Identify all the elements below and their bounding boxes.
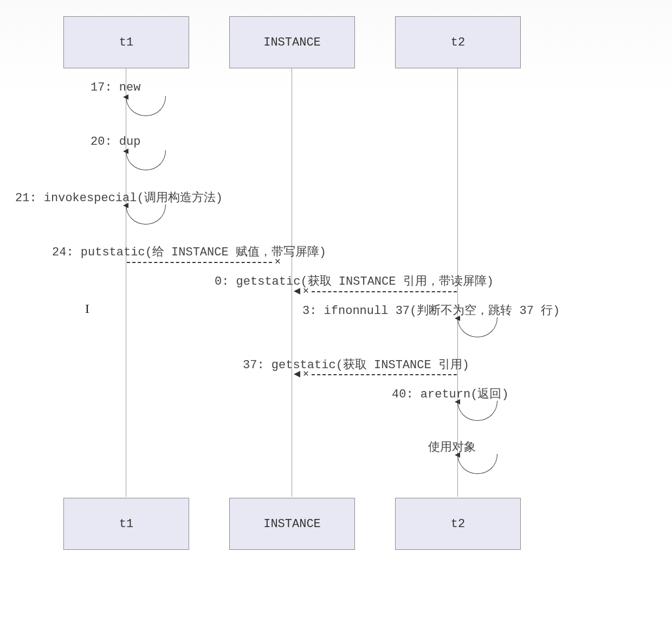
msg-label-use-object: 使用对象 (428, 439, 476, 455)
msg-label-dup: 20: dup (91, 135, 140, 149)
self-loop-use-object (457, 454, 497, 474)
arrowhead-getstatic1 (294, 288, 300, 294)
msg-label-getstatic2: 37: getstatic(获取 INSTANCE 引用) (243, 356, 469, 373)
arrow-getstatic2 (312, 374, 457, 375)
x-mark-putstatic: ✕ (275, 255, 281, 267)
x-mark-getstatic1: ✕ (303, 284, 309, 296)
actor-box-t1-top: t1 (63, 16, 189, 68)
self-loop-new (126, 96, 166, 116)
actor-box-t2-top: t2 (395, 16, 521, 68)
self-loop-invokespecial (126, 204, 166, 225)
self-loop-areturn (457, 401, 497, 421)
msg-label-ifnonnull: 3: ifnonnull 37(判断不为空，跳转 37 行) (302, 302, 560, 318)
msg-label-getstatic1: 0: getstatic(获取 INSTANCE 引用，带读屏障) (215, 273, 494, 289)
msg-label-putstatic: 24: putstatic(给 INSTANCE 赋值，带写屏障) (52, 243, 326, 260)
self-loop-dup (126, 150, 166, 170)
msg-label-invokespecial: 21: invokespecial(调用构造方法) (15, 189, 223, 206)
actor-box-instance-top: INSTANCE (229, 16, 355, 68)
actor-box-t1-bottom: t1 (63, 498, 189, 550)
msg-label-areturn: 40: areturn(返回) (392, 386, 509, 402)
x-mark-getstatic2: ✕ (303, 367, 309, 379)
actor-box-t2-bottom: t2 (395, 498, 521, 550)
arrow-getstatic1 (312, 291, 457, 292)
actor-box-instance-bottom: INSTANCE (229, 498, 355, 550)
arrow-putstatic (127, 262, 272, 263)
msg-label-new: 17: new (91, 81, 140, 94)
lifeline-t1 (126, 68, 126, 497)
text-cursor: I (85, 302, 89, 316)
self-loop-ifnonnull (457, 317, 497, 337)
arrowhead-getstatic2 (294, 371, 300, 377)
